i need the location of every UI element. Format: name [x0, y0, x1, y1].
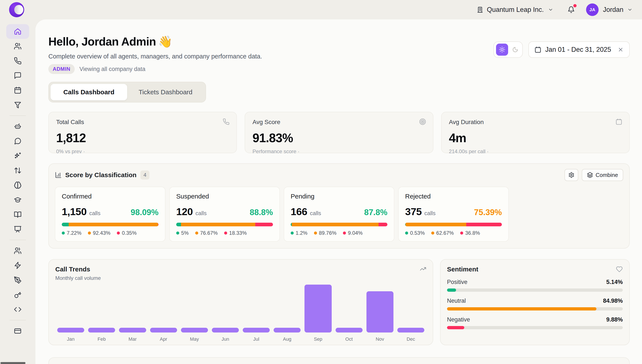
- sidebar-item-messages[interactable]: [6, 68, 29, 83]
- date-range-picker[interactable]: Jan 01 - Dec 31, 2025: [528, 42, 630, 58]
- classification-score: 75.39%: [474, 208, 502, 217]
- sidebar-item-access[interactable]: [6, 288, 29, 302]
- bar-jan[interactable]: [57, 328, 84, 332]
- classification-value: 375: [405, 206, 422, 218]
- arrows-up-down-icon: [14, 166, 22, 174]
- sidebar-item-ai[interactable]: [6, 148, 29, 163]
- sidebar-divider: [10, 320, 26, 320]
- sidebar-item-users[interactable]: [6, 39, 29, 54]
- bar-aug[interactable]: [274, 328, 300, 332]
- legend-positive: 0.53%: [405, 230, 425, 236]
- stat-card-avg-duration: Avg Duration 4m 214.00s per call ·: [441, 112, 630, 153]
- bar-nov[interactable]: [367, 291, 394, 332]
- sidebar-item-home[interactable]: [6, 24, 29, 39]
- notifications-button[interactable]: [567, 6, 575, 14]
- panel-title: Call Trends: [55, 266, 426, 273]
- stat-label: Total Calls: [56, 119, 229, 126]
- pen-tool-icon: [14, 276, 22, 284]
- horizontal-scrollbar[interactable]: [1, 362, 26, 364]
- settings-button[interactable]: [564, 169, 578, 181]
- legend-neutral: 62.67%: [431, 230, 454, 236]
- count-badge: 4: [140, 170, 149, 180]
- presentation-icon: [14, 225, 22, 233]
- bar-jun[interactable]: [212, 328, 239, 332]
- sentiment-row-positive: Positive5.14%: [447, 279, 623, 292]
- tab-tickets-dashboard[interactable]: Tickets Dashboard: [127, 84, 204, 100]
- heart-icon: [616, 266, 623, 273]
- classification-card-rejected: Rejected 375 calls 75.39% 0.53% 62.67% 3…: [398, 187, 509, 242]
- bar-mar[interactable]: [119, 328, 146, 332]
- sentiment-panel: Sentiment Positive5.14% Neutral84.98% Ne…: [440, 259, 630, 345]
- home-icon: [14, 28, 22, 36]
- sidebar-item-bot[interactable]: [6, 119, 29, 134]
- bar-apr[interactable]: [150, 328, 177, 332]
- calendar-icon: [534, 46, 541, 53]
- stat-caption: 0% vs prev ·: [56, 148, 229, 154]
- legend-positive: 1.2%: [291, 230, 307, 236]
- tab-calls-dashboard[interactable]: Calls Dashboard: [51, 84, 127, 100]
- wave-emoji: 👋: [158, 35, 172, 48]
- page-header: Hello, Jordan Admin👋 Complete overview o…: [48, 35, 262, 74]
- legend-positive: 7.22%: [62, 230, 81, 236]
- legend-negative: 0.35%: [117, 230, 136, 236]
- user-menu[interactable]: JA Jordan: [586, 4, 632, 16]
- bar-oct[interactable]: [336, 328, 363, 332]
- sidebar-item-filters[interactable]: [6, 98, 29, 112]
- classification-score: 87.8%: [364, 208, 387, 217]
- combine-button[interactable]: Combine: [582, 169, 623, 181]
- sidebar-item-library[interactable]: [6, 207, 29, 222]
- combine-label: Combine: [595, 172, 618, 178]
- sidebar-divider: [10, 240, 26, 240]
- bar-feb[interactable]: [88, 328, 115, 332]
- sidebar-item-chat[interactable]: [6, 134, 29, 148]
- classification-unit: calls: [310, 210, 321, 217]
- bar-sep[interactable]: [304, 284, 332, 332]
- user-name: Jordan: [603, 6, 623, 14]
- sidebar-item-members[interactable]: [6, 244, 29, 258]
- sidebar-item-billing[interactable]: [6, 324, 29, 338]
- bot-icon: [14, 122, 22, 130]
- sidebar-item-knowledge[interactable]: [6, 178, 29, 192]
- sidebar-item-transfers[interactable]: [6, 163, 29, 178]
- panel-title: Score by Classification: [65, 171, 136, 179]
- light-mode-button[interactable]: [496, 44, 508, 56]
- company-selector[interactable]: Quantum Leap Inc.: [477, 6, 553, 14]
- classification-unit: calls: [195, 210, 207, 217]
- classification-bar: [291, 223, 387, 226]
- stat-caption: 214.00s per call ·: [449, 148, 622, 154]
- stat-card-avg-score: Avg Score 91.83% Performance score ·: [245, 112, 433, 153]
- classification-card-pending: Pending 166 calls 87.8% 1.2% 89.76% 9.04…: [284, 187, 394, 242]
- sidebar-item-presentations[interactable]: [6, 222, 29, 236]
- sidebar-item-design[interactable]: [6, 273, 29, 288]
- sentiment-row-negative: Negative9.88%: [447, 316, 623, 329]
- book-open-icon: [14, 210, 22, 218]
- performance-breakdown-panel: Performance Breakdown Total Calls Active…: [48, 357, 630, 364]
- legend-positive: 5%: [176, 230, 189, 236]
- app-logo[interactable]: [9, 2, 24, 17]
- classification-title: Rejected: [405, 193, 502, 200]
- company-name: Quantum Leap Inc.: [487, 6, 544, 14]
- bar-jul[interactable]: [243, 328, 270, 332]
- theme-toggle[interactable]: [493, 42, 523, 58]
- sidebar-item-automations[interactable]: [6, 258, 29, 273]
- page-subtitle: Complete overview of all agents, manager…: [48, 53, 262, 60]
- sidebar-item-developer[interactable]: [6, 302, 29, 317]
- legend-negative: 18.33%: [224, 230, 247, 236]
- sidebar: [0, 20, 36, 364]
- sidebar-item-schedule[interactable]: [6, 83, 29, 98]
- bar-may[interactable]: [181, 328, 208, 332]
- score-by-classification-panel: Score by Classification 4 Combine Confir…: [48, 163, 630, 248]
- sidebar-item-training[interactable]: [6, 192, 29, 207]
- dark-mode-button[interactable]: [510, 45, 520, 54]
- stat-label: Avg Score: [252, 119, 425, 126]
- bar-dec[interactable]: [397, 328, 424, 332]
- code-icon: [14, 306, 22, 313]
- main-content: Hello, Jordan Admin👋 Complete overview o…: [36, 20, 642, 364]
- users-icon: [14, 247, 22, 254]
- clear-date-icon[interactable]: [617, 46, 624, 53]
- viewing-note: Viewing all company data: [80, 66, 146, 72]
- key-icon: [14, 291, 22, 298]
- notification-dot: [573, 4, 576, 7]
- sidebar-item-calls[interactable]: [6, 54, 29, 68]
- chevron-down-icon: [548, 7, 553, 12]
